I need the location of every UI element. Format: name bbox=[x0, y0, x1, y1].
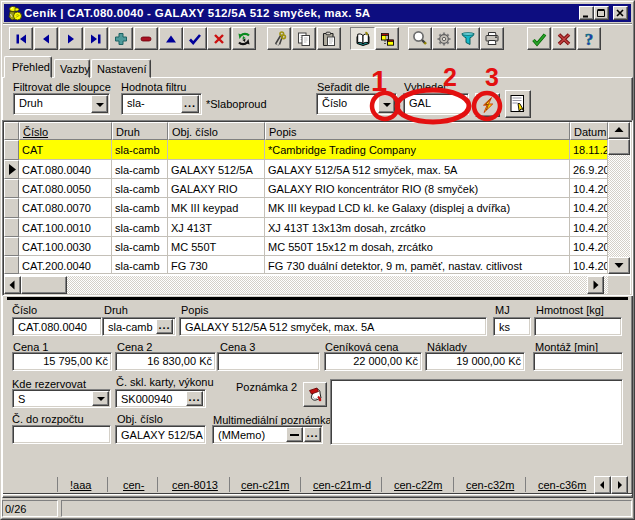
svg-text:?: ? bbox=[585, 31, 594, 47]
